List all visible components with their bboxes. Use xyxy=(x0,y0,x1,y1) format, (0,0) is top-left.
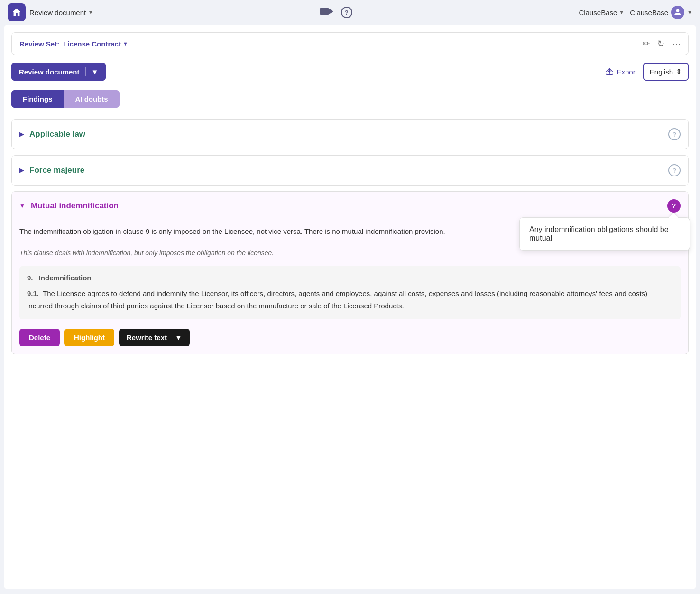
clause-number: 9. Indemnification xyxy=(27,274,673,282)
tab-findings[interactable]: Findings xyxy=(11,90,64,108)
review-set-chevron: ▼ xyxy=(123,41,128,46)
review-set-label: Review Set: xyxy=(19,40,59,48)
applicable-law-chevron-icon: ▶ xyxy=(19,131,24,138)
review-doc-chevron-icon: ▼ xyxy=(92,68,99,76)
delete-button[interactable]: Delete xyxy=(19,329,60,346)
brand-chevron-icon: ▼ xyxy=(619,9,624,15)
nav-right: ClauseBase ▼ ClauseBase ▼ xyxy=(579,6,692,19)
clausebase-brand-dropdown[interactable]: ClauseBase ▼ xyxy=(579,9,624,17)
section-force-majeure-header[interactable]: ▶ Force majeure ? xyxy=(12,156,688,185)
nav-center: ? xyxy=(97,7,575,19)
review-set-actions: ✏ ↻ ⋯ xyxy=(643,38,681,49)
home-button[interactable] xyxy=(8,3,26,21)
rewrite-divider xyxy=(171,334,171,342)
mutual-indemnification-title: Mutual indemnification xyxy=(31,201,662,211)
svg-marker-1 xyxy=(329,9,333,14)
tooltip-container: ? Any indemnification obligations should… xyxy=(667,199,681,213)
language-selector[interactable]: English ⇕ xyxy=(643,63,689,81)
clause-box: 9. Indemnification 9.1. The Licensee agr… xyxy=(19,266,681,319)
more-options-button[interactable]: ⋯ xyxy=(672,38,681,49)
mutual-indemnification-help-icon[interactable]: ? xyxy=(667,199,681,213)
top-navigation: Review document ▼ ? ClauseBase ▼ ClauseB… xyxy=(0,0,700,25)
section-applicable-law-header[interactable]: ▶ Applicable law ? xyxy=(12,120,688,149)
force-majeure-chevron-icon: ▶ xyxy=(19,167,24,174)
force-majeure-help-icon[interactable]: ? xyxy=(668,164,681,176)
clause-sub-number: 9.1. xyxy=(27,289,39,297)
language-chevron-icon: ⇕ xyxy=(676,67,682,76)
section-force-majeure: ▶ Force majeure ? xyxy=(11,155,689,186)
user-chevron-icon: ▼ xyxy=(687,9,692,15)
action-buttons: Delete Highlight Rewrite text ▼ xyxy=(19,327,681,346)
main-content: Review Set: License Contract ▼ ✏ ↻ ⋯ Rev… xyxy=(4,25,696,589)
help-icon[interactable]: ? xyxy=(341,7,352,18)
mutual-indemnification-chevron-icon: ▼ xyxy=(19,203,25,209)
review-document-chevron: ▼ xyxy=(88,9,93,16)
section-mutual-indemnification: ▼ Mutual indemnification ? Any indemnifi… xyxy=(11,191,689,354)
review-set-dropdown[interactable]: License Contract ▼ xyxy=(63,40,128,48)
video-icon[interactable] xyxy=(320,7,333,19)
mutual-indemnification-header[interactable]: ▼ Mutual indemnification ? Any indemnifi… xyxy=(12,192,688,220)
rewrite-chevron-icon: ▼ xyxy=(175,334,182,342)
review-document-nav[interactable]: Review document ▼ xyxy=(29,9,93,17)
section-applicable-law: ▶ Applicable law ? xyxy=(11,119,689,149)
user-menu[interactable]: ClauseBase ▼ xyxy=(630,6,692,19)
export-button[interactable]: Export xyxy=(605,67,637,76)
edit-button[interactable]: ✏ xyxy=(643,38,650,49)
force-majeure-title: Force majeure xyxy=(29,166,663,175)
button-divider xyxy=(85,67,86,76)
svg-rect-0 xyxy=(320,8,329,15)
tooltip-popup: Any indemnification obligations should b… xyxy=(519,217,690,251)
applicable-law-help-icon[interactable]: ? xyxy=(668,128,681,140)
review-set-bar: Review Set: License Contract ▼ ✏ ↻ ⋯ xyxy=(11,32,689,55)
user-avatar xyxy=(671,6,684,19)
applicable-law-title: Applicable law xyxy=(29,130,663,139)
review-document-button[interactable]: Review document ▼ xyxy=(11,63,106,81)
refresh-button[interactable]: ↻ xyxy=(657,38,664,49)
tabs-container: Findings AI doubts xyxy=(11,90,689,108)
highlight-button[interactable]: Highlight xyxy=(64,329,114,346)
tab-ai-doubts[interactable]: AI doubts xyxy=(64,90,120,108)
clause-body-text: 9.1. The Licensee agrees to defend and i… xyxy=(27,288,673,312)
rewrite-button[interactable]: Rewrite text ▼ xyxy=(119,329,190,346)
toolbar: Review document ▼ Export English ⇕ xyxy=(11,63,689,81)
